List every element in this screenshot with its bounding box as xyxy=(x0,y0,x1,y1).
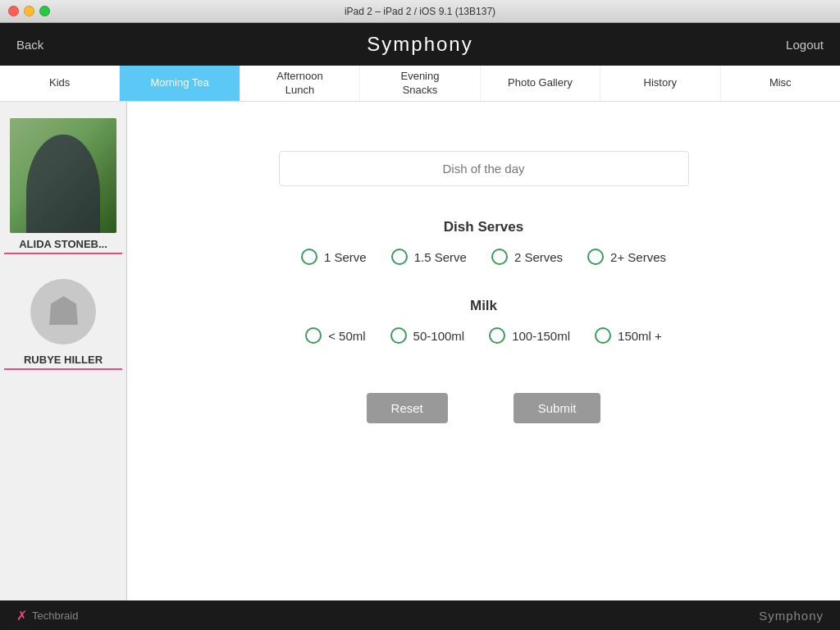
maximize-button[interactable] xyxy=(39,6,50,16)
reset-button[interactable]: Reset xyxy=(367,393,448,423)
serve-label-1: 1 Serve xyxy=(324,250,367,264)
nav-photo-gallery[interactable]: Photo Gallery xyxy=(481,66,600,101)
app-container: Back Symphony Logout Kids Morning Tea Af… xyxy=(0,23,840,630)
serves-options-row: 1 Serve 1.5 Serve 2 Serves 2+ Serves xyxy=(301,249,666,265)
dish-input-container xyxy=(279,151,689,186)
serve-option-3[interactable]: 2 Serves xyxy=(491,249,563,265)
serve-radio-4[interactable] xyxy=(587,249,604,265)
nav-afternoon-lunch[interactable]: Afternoon Lunch xyxy=(240,66,360,101)
nav-kids[interactable]: Kids xyxy=(0,66,120,101)
milk-options-row: < 50ml 50-100ml 100-150ml 150ml + xyxy=(305,327,662,344)
nav-misc[interactable]: Misc xyxy=(721,66,840,101)
window-controls xyxy=(8,6,50,16)
milk-title: Milk xyxy=(470,298,497,314)
student-avatar-2: ☗ xyxy=(30,279,96,345)
serve-option-2[interactable]: 1.5 Serve xyxy=(391,249,467,265)
minimize-button[interactable] xyxy=(24,6,34,16)
student-name-1: ALIDA STONEB... xyxy=(4,238,122,254)
milk-option-2[interactable]: 50-100ml xyxy=(390,327,465,344)
brand-name: Techbraid xyxy=(32,609,78,622)
milk-label-1: < 50ml xyxy=(328,329,365,343)
app-title: Symphony xyxy=(367,33,472,56)
avatar-icon: ☗ xyxy=(46,292,81,331)
title-bar: iPad 2 – iPad 2 / iOS 9.1 (13B137) xyxy=(0,0,840,23)
milk-label-2: 50-100ml xyxy=(413,329,465,343)
milk-radio-1[interactable] xyxy=(305,327,322,344)
submit-button[interactable]: Submit xyxy=(514,393,601,423)
dish-serves-section: Dish Serves 1 Serve 1.5 Serve 2 Serves xyxy=(160,219,807,265)
milk-label-3: 100-150ml xyxy=(512,329,570,343)
nav-history[interactable]: History xyxy=(600,66,720,101)
serve-option-1[interactable]: 1 Serve xyxy=(301,249,367,265)
serve-radio-1[interactable] xyxy=(301,249,317,265)
dish-of-day-input[interactable] xyxy=(279,151,689,186)
student-photo-1 xyxy=(10,118,116,233)
back-button[interactable]: Back xyxy=(16,38,43,52)
milk-option-3[interactable]: 100-150ml xyxy=(489,327,570,344)
footer-app-name: Symphony xyxy=(759,609,824,623)
nav-bar: Kids Morning Tea Afternoon Lunch Evening… xyxy=(0,66,840,102)
milk-radio-3[interactable] xyxy=(489,327,505,344)
app-footer: ✗ Techbraid Symphony xyxy=(0,600,840,630)
serve-label-4: 2+ Serves xyxy=(610,250,666,264)
milk-radio-4[interactable] xyxy=(595,327,611,344)
app-header: Back Symphony Logout xyxy=(0,23,840,66)
dish-serves-title: Dish Serves xyxy=(444,219,523,235)
student-item-2[interactable]: ☗ RUBYE HILLER xyxy=(0,262,126,378)
nav-evening-snacks[interactable]: Evening Snacks xyxy=(360,66,480,101)
milk-option-4[interactable]: 150ml + xyxy=(595,327,662,344)
close-button[interactable] xyxy=(8,6,19,16)
serve-radio-3[interactable] xyxy=(491,249,508,265)
logout-button[interactable]: Logout xyxy=(786,38,824,52)
main-content: ALIDA STONEB... ☗ RUBYE HILLER Dish Serv… xyxy=(0,102,840,600)
milk-label-4: 150ml + xyxy=(618,329,662,343)
footer-left: ✗ Techbraid xyxy=(16,608,78,623)
brand-icon: ✗ xyxy=(16,608,27,623)
student-item-1[interactable]: ALIDA STONEB... xyxy=(0,110,126,262)
sidebar: ALIDA STONEB... ☗ RUBYE HILLER xyxy=(0,102,127,600)
serve-radio-2[interactable] xyxy=(391,249,408,265)
nav-morning-tea[interactable]: Morning Tea xyxy=(120,66,240,101)
serve-label-3: 2 Serves xyxy=(514,250,563,264)
milk-option-1[interactable]: < 50ml xyxy=(305,327,365,344)
milk-section: Milk < 50ml 50-100ml 100-150ml xyxy=(160,298,807,344)
content-area: Dish Serves 1 Serve 1.5 Serve 2 Serves xyxy=(127,102,840,600)
action-buttons: Reset Submit xyxy=(367,393,601,423)
student-name-2: RUBYE HILLER xyxy=(4,354,122,370)
student-photo-img-1 xyxy=(10,118,116,233)
title-bar-text: iPad 2 – iPad 2 / iOS 9.1 (13B137) xyxy=(345,6,495,17)
serve-label-2: 1.5 Serve xyxy=(414,250,467,264)
milk-radio-2[interactable] xyxy=(390,327,407,344)
serve-option-4[interactable]: 2+ Serves xyxy=(587,249,666,265)
